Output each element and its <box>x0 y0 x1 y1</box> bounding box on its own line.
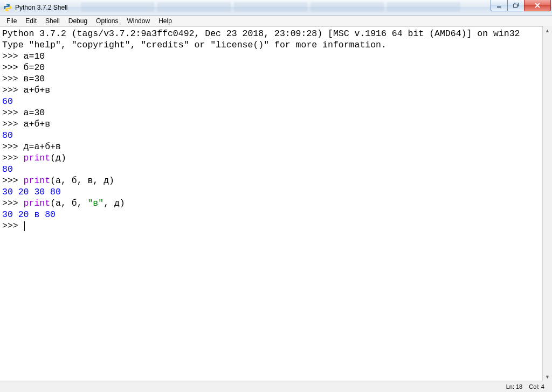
menu-file[interactable]: File <box>2 16 21 26</box>
prompt: >>> <box>2 51 24 61</box>
prompt: >>> <box>2 198 24 208</box>
menu-edit[interactable]: Edit <box>21 16 41 26</box>
status-line: Ln: 18 <box>503 383 526 390</box>
svg-point-0 <box>6 4 6 5</box>
scroll-down-arrow-icon[interactable]: ▼ <box>543 372 552 381</box>
svg-rect-2 <box>497 6 501 8</box>
menu-window[interactable]: Window <box>122 16 154 26</box>
prompt: >>> <box>2 119 24 129</box>
prompt: >>> <box>2 221 24 231</box>
app-window: Python 3.7.2 Shell File Edit Sh <box>0 0 552 392</box>
output-line: 30 20 30 80 <box>2 186 550 198</box>
menu-shell[interactable]: Shell <box>41 16 64 26</box>
prompt: >>> <box>2 108 24 118</box>
builtin: print <box>24 176 51 186</box>
minimize-button[interactable] <box>491 0 508 11</box>
menu-help[interactable]: Help <box>154 16 176 26</box>
svg-rect-4 <box>513 4 517 8</box>
repl-line: >>> а=10 <box>2 51 550 62</box>
builtin: print <box>24 198 51 208</box>
repl-line: >>> а=30 <box>2 107 550 118</box>
scroll-up-arrow-icon[interactable]: ▲ <box>543 26 552 35</box>
window-controls <box>491 0 551 11</box>
prompt: >>> <box>2 74 24 84</box>
svg-point-1 <box>9 10 9 11</box>
status-col: Col: 4 <box>526 383 548 390</box>
code: (а, б, <box>50 198 87 208</box>
scroll-track[interactable] <box>543 35 552 372</box>
code: , д) <box>104 198 125 208</box>
repl-line: >>> print(д) <box>2 152 550 164</box>
code: б=20 <box>24 62 45 73</box>
output-line: 30 20 в 80 <box>2 209 550 220</box>
repl-line: >>> а+б+в <box>2 118 550 130</box>
window-title: Python 3.7.2 Shell <box>15 4 491 11</box>
code: д=а+б+в <box>24 142 61 152</box>
python-icon <box>3 3 12 12</box>
code: (д) <box>50 153 66 163</box>
maximize-button[interactable] <box>507 0 525 11</box>
code: (а, б, в, д) <box>50 176 114 186</box>
text-cursor <box>24 221 25 231</box>
repl-line: >>> а+б+в <box>2 85 550 96</box>
repl-line: >>> <box>2 220 550 232</box>
output-line: 80 <box>2 130 550 141</box>
close-button[interactable] <box>524 0 551 11</box>
vertical-scrollbar[interactable]: ▲ ▼ <box>542 26 552 381</box>
menu-debug[interactable]: Debug <box>64 16 92 26</box>
builtin: print <box>24 153 51 163</box>
shell-text-area[interactable]: Python 3.7.2 (tags/v3.7.2:9a3ffc0492, De… <box>0 27 552 381</box>
output-line: 60 <box>2 96 550 107</box>
code: в=30 <box>24 74 45 84</box>
titlebar[interactable]: Python 3.7.2 Shell <box>0 0 552 16</box>
prompt: >>> <box>2 142 24 152</box>
menubar: File Edit Shell Debug Options Window Hel… <box>0 16 552 27</box>
statusbar: Ln: 18 Col: 4 <box>0 381 552 392</box>
repl-line: >>> print(а, б, в, д) <box>2 175 550 186</box>
repl-line: >>> д=а+б+в <box>2 141 550 152</box>
menu-options[interactable]: Options <box>92 16 122 26</box>
banner-line: Python 3.7.2 (tags/v3.7.2:9a3ffc0492, De… <box>2 28 550 39</box>
repl-line: >>> б=20 <box>2 62 550 73</box>
code: а=10 <box>24 51 45 61</box>
string-literal: "в" <box>87 198 104 208</box>
repl-line: >>> print(а, б, "в", д) <box>2 198 550 209</box>
prompt: >>> <box>2 62 24 73</box>
prompt: >>> <box>2 176 24 186</box>
prompt: >>> <box>2 153 24 163</box>
output-line: 80 <box>2 164 550 175</box>
banner-line: Type "help", "copyright", "credits" or "… <box>2 39 550 51</box>
code: а+б+в <box>24 119 51 129</box>
prompt: >>> <box>2 85 24 95</box>
repl-line: >>> в=30 <box>2 73 550 85</box>
code: а+б+в <box>24 85 51 95</box>
code: а=30 <box>24 108 45 118</box>
